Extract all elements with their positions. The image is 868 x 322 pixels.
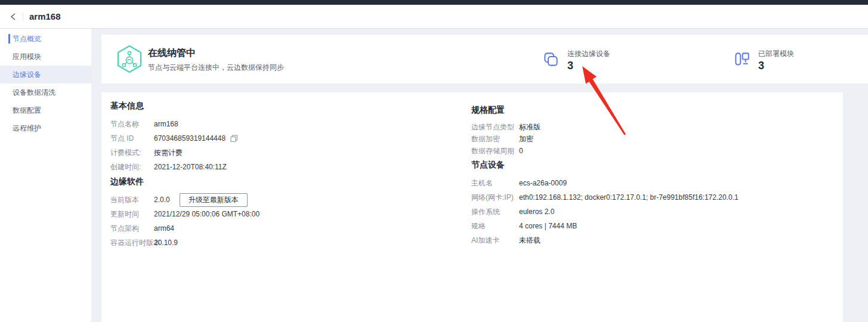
field-value: 按需计费 bbox=[154, 148, 183, 158]
upgrade-button[interactable]: 升级至最新版本 bbox=[180, 193, 248, 207]
field-value: euleros 2.0 bbox=[519, 208, 554, 216]
field-value: eth0:192.168.1.132; docker0:172.17.0.1; … bbox=[519, 193, 739, 202]
field-label: 数据加密 bbox=[471, 134, 519, 144]
field-label: 计费模式: bbox=[110, 148, 154, 158]
field-label: 节点 ID bbox=[110, 134, 154, 144]
sidebar-item-app-modules[interactable]: 应用模块 bbox=[0, 48, 91, 66]
sidebar: 节点概览 应用模块 边缘设备 设备数据清洗 数据配置 远程维护 bbox=[0, 29, 91, 322]
deployed-modules-icon bbox=[734, 51, 750, 67]
field-value: 标准版 bbox=[519, 122, 540, 132]
active-indicator-bar bbox=[8, 34, 10, 44]
info-row-billing-mode: 计费模式: 按需计费 bbox=[110, 145, 239, 160]
connected-edge-devices-icon bbox=[543, 51, 559, 67]
field-label: 创建时间: bbox=[110, 162, 154, 172]
field-value: arm64 bbox=[154, 224, 174, 233]
sidebar-item-label: 节点概览 bbox=[13, 35, 41, 43]
info-row-hostname: 主机名 ecs-a26a-0009 bbox=[471, 176, 739, 190]
field-label: AI加速卡 bbox=[471, 236, 519, 246]
info-row-node-id: 节点 ID 670346859319144448 bbox=[110, 131, 239, 145]
field-label: 当前版本 bbox=[110, 195, 154, 205]
sidebar-item-node-overview[interactable]: 节点概览 bbox=[0, 30, 91, 48]
section-title: 边缘软件 bbox=[110, 177, 260, 187]
top-strip bbox=[0, 0, 868, 5]
field-label: 边缘节点类型 bbox=[471, 122, 519, 132]
section-title: 节点设备 bbox=[471, 160, 739, 171]
field-value: ecs-a26a-0009 bbox=[519, 179, 567, 187]
sidebar-item-label: 远程维护 bbox=[13, 124, 41, 132]
field-label: 容器运行时版本 bbox=[110, 238, 154, 248]
field-value: 4 cores | 7444 MB bbox=[519, 222, 577, 230]
sidebar-item-label: 数据配置 bbox=[13, 106, 41, 114]
sidebar-item-label: 边缘设备 bbox=[13, 70, 41, 79]
info-row-spec: 规格 4 cores | 7444 MB bbox=[471, 219, 739, 233]
section-edge-software: 边缘软件 当前版本 2.0.0 升级至最新版本 更新时间 2021/12/29 … bbox=[110, 177, 260, 250]
sidebar-item-edge-devices[interactable]: 边缘设备 bbox=[0, 66, 91, 83]
field-label: 网络(网卡:IP) bbox=[471, 193, 519, 203]
sidebar-item-label: 设备数据清洗 bbox=[13, 88, 55, 97]
field-value: 0 bbox=[519, 147, 523, 155]
info-row-network: 网络(网卡:IP) eth0:192.168.1.132; docker0:17… bbox=[471, 190, 739, 205]
info-row-ai-accelerator: AI加速卡 未搭载 bbox=[471, 233, 739, 247]
chevron-left-icon bbox=[9, 12, 18, 21]
info-row-current-version: 当前版本 2.0.0 升级至最新版本 bbox=[110, 193, 260, 207]
sidebar-item-data-config[interactable]: 数据配置 bbox=[0, 101, 91, 119]
field-label: 规格 bbox=[471, 221, 519, 231]
info-row-storage-period: 数据存储周期 0 bbox=[471, 145, 540, 157]
stat-label: 已部署模块 bbox=[758, 49, 794, 59]
field-value: 2021-12-20T08:40:11Z bbox=[154, 163, 227, 171]
info-row-node-type: 边缘节点类型 标准版 bbox=[471, 121, 540, 133]
stat-connected-edge-devices[interactable]: 连接边缘设备 3 bbox=[543, 49, 610, 72]
field-label: 主机名 bbox=[471, 178, 519, 188]
sidebar-item-remote-maintenance[interactable]: 远程维护 bbox=[0, 119, 91, 137]
info-row-node-arch: 节点架构 arm64 bbox=[110, 221, 260, 236]
header-divider bbox=[23, 13, 23, 21]
stat-value: 3 bbox=[758, 60, 794, 72]
field-label: 操作系统 bbox=[471, 207, 519, 217]
field-value: arm168 bbox=[154, 120, 178, 128]
field-value: 2021/12/29 05:00:06 GMT+08:00 bbox=[154, 210, 260, 218]
field-value: 2.0.0 bbox=[154, 196, 170, 204]
section-title: 规格配置 bbox=[471, 105, 540, 116]
copy-icon[interactable] bbox=[229, 134, 239, 143]
field-value: 未搭载 bbox=[519, 236, 540, 246]
node-status-title: 在线纳管中 bbox=[148, 47, 196, 60]
info-row-data-encryption: 数据加密 加密 bbox=[471, 133, 540, 145]
stat-value: 3 bbox=[567, 60, 610, 72]
node-status-hexagon-icon bbox=[115, 44, 144, 74]
info-row-create-time: 创建时间: 2021-12-20T08:40:11Z bbox=[110, 160, 239, 174]
section-spec-config: 规格配置 边缘节点类型 标准版 数据加密 加密 数据存储周期 0 bbox=[471, 105, 540, 157]
stat-label: 连接边缘设备 bbox=[567, 49, 610, 59]
sidebar-item-label: 应用模块 bbox=[13, 52, 41, 61]
page-title: arm168 bbox=[29, 11, 61, 21]
section-node-device: 节点设备 主机名 ecs-a26a-0009 网络(网卡:IP) eth0:19… bbox=[471, 160, 739, 247]
status-card: 在线纳管中 节点与云端平台连接中，云边数据保持同步 连接边缘设备 3 已部署模块… bbox=[101, 35, 868, 83]
info-row-node-name: 节点名称 arm168 bbox=[110, 117, 239, 131]
stat-deployed-modules[interactable]: 已部署模块 3 bbox=[734, 49, 794, 72]
info-row-update-time: 更新时间 2021/12/29 05:00:06 GMT+08:00 bbox=[110, 207, 260, 221]
section-basic-info: 基本信息 节点名称 arm168 节点 ID 67034685931914444… bbox=[110, 101, 239, 174]
field-label: 节点名称 bbox=[110, 119, 154, 129]
section-title: 基本信息 bbox=[110, 101, 239, 112]
field-label: 更新时间 bbox=[110, 209, 154, 219]
field-value: 20.10.9 bbox=[154, 239, 178, 247]
screen: arm168 节点概览 应用模块 边缘设备 设备数据清洗 数据配置 远程维护 bbox=[0, 0, 868, 322]
field-value: 670346859319144448 bbox=[154, 134, 226, 143]
node-status-subtitle: 节点与云端平台连接中，云边数据保持同步 bbox=[148, 63, 284, 73]
details-card: 基本信息 节点名称 arm168 节点 ID 67034685931914444… bbox=[101, 92, 843, 322]
sidebar-item-device-data-cleaning[interactable]: 设备数据清洗 bbox=[0, 83, 91, 101]
field-value: 加密 bbox=[519, 134, 533, 144]
field-label: 节点架构 bbox=[110, 224, 154, 234]
back-button[interactable] bbox=[7, 10, 20, 23]
page-header: arm168 bbox=[0, 5, 868, 29]
field-label: 数据存储周期 bbox=[471, 146, 519, 156]
info-row-os: 操作系统 euleros 2.0 bbox=[471, 205, 739, 219]
info-row-container-runtime: 容器运行时版本 20.10.9 bbox=[110, 236, 260, 250]
